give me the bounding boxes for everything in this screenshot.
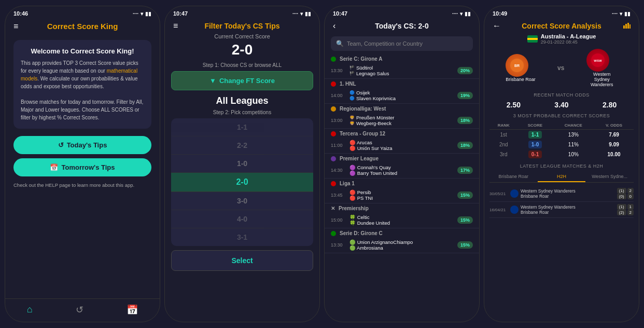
- score-item-1[interactable]: 2-2: [171, 136, 313, 155]
- phone3-header: ‹ Today's CS: 2-0: [325, 19, 479, 33]
- score-item-6[interactable]: 3-1: [171, 228, 313, 246]
- league-icon-3: [331, 131, 336, 136]
- tab-western[interactable]: Western Sydne...: [585, 172, 634, 182]
- match-row-8[interactable]: 13:30 🟢 Union ArzignanoChiampo 🟢 Ambrosi…: [325, 237, 479, 253]
- welcome-box: Welcome to Correct Score King! This app …: [13, 40, 151, 129]
- pct-badge-4: 17%: [457, 167, 473, 174]
- phone-2: 10:47 ···· ▾ ▮▮ ≡ Filter Today's CS Tips…: [164, 6, 320, 322]
- status-icons-1: ···· ▾ ▮▮: [133, 11, 151, 17]
- pct-badge-3: 18%: [457, 142, 473, 149]
- league-header-0: Serie C: Girone A: [325, 54, 479, 63]
- h2h-date-2: 16/04/21: [489, 208, 508, 212]
- col-vodds: V. ODDS: [594, 121, 634, 130]
- filter-title: Filter Today's CS Tips: [204, 22, 279, 30]
- phone-1: 10:46 ···· ▾ ▮▮ ≡ Correct Score King Wel…: [5, 6, 160, 322]
- score-item-0[interactable]: 1-1: [171, 118, 313, 136]
- score-row-2: 2nd 1-0 11% 9.09: [489, 140, 634, 149]
- score-item-4[interactable]: 3-0: [171, 192, 313, 210]
- league-icon-0: [331, 57, 336, 62]
- all-leagues-title: All Leagues: [171, 95, 313, 106]
- search-icon: 🔍: [336, 40, 344, 47]
- time-2: 10:47: [173, 10, 188, 17]
- back-icon-4[interactable]: ←: [493, 21, 501, 31]
- svg-rect-1: [625, 24, 627, 29]
- tab-h2h[interactable]: H2H: [538, 172, 586, 182]
- teams-row: BR Brisbane Roar vs WSW Western Sydney W…: [489, 49, 634, 87]
- nav-calendar[interactable]: 📅: [127, 304, 138, 316]
- vs-divider: vs: [557, 64, 564, 72]
- filter-icon: ▼: [209, 77, 216, 85]
- league-header-1: 1. HNL: [325, 79, 479, 88]
- status-bar-4: 10:49 ···· ▾ ▮▮: [484, 6, 639, 19]
- status-icons-3: ···· ▾ ▮▮: [452, 11, 471, 17]
- time-3: 10:47: [333, 10, 347, 17]
- filter-content: Current Correct Score 2-0 Step 1: Choose…: [165, 33, 319, 322]
- status-bar-3: 10:47 ···· ▾ ▮▮: [325, 6, 479, 19]
- match-row-1[interactable]: 14:00 🔵Osijek 🔵Slaven Koprivnica 19%: [325, 88, 479, 104]
- select-button[interactable]: Select: [171, 250, 313, 271]
- welcome-title: Welcome to Correct Score King!: [21, 47, 144, 55]
- change-ft-button[interactable]: ▼ Change FT Score: [171, 71, 313, 90]
- chance-1: 13%: [553, 130, 595, 140]
- h2h-tabs: Brisbane Roar H2H Western Sydne...: [489, 172, 634, 183]
- match-row-3[interactable]: 11:00 🔴 Arucas 🔴 Unión Sur Yaiza 18%: [325, 138, 479, 154]
- current-cs-value: 2-0: [171, 42, 313, 58]
- menu-icon-2[interactable]: ≡: [173, 21, 178, 31]
- score-3: 0-1: [517, 149, 552, 159]
- phone4-header: ← Correct Score Analysis: [484, 19, 639, 33]
- match-row-0[interactable]: 13:30 🏴Südtirol 🏴Legnago Salus 20%: [325, 63, 479, 79]
- h2h-date-1: 30/05/21: [489, 192, 508, 196]
- tab-brisbane[interactable]: Brisbane Roar: [489, 172, 538, 182]
- phone1-header: ≡ Correct Score King: [5, 19, 160, 34]
- current-cs-label: Current Correct Score: [171, 33, 313, 39]
- pct-badge-5: 15%: [457, 192, 473, 199]
- phone2-header: ≡ Filter Today's CS Tips: [165, 19, 319, 33]
- pct-badge-0: 20%: [457, 67, 473, 74]
- h2h-match-1: 30/05/21 Western Sydney Wanderers Brisba…: [489, 186, 634, 202]
- league-icon-4: [331, 156, 336, 161]
- search-bar[interactable]: 🔍 Team, Competition or Country: [331, 36, 473, 51]
- home-team: BR Brisbane Roar: [506, 54, 536, 82]
- match-row-5[interactable]: 13:45 🔴 Persib 🔴 PS TNI 15%: [325, 187, 479, 203]
- h2h-flag-2: [510, 206, 519, 214]
- app-title: Correct Score King: [47, 22, 118, 31]
- today-tips-button[interactable]: ↺ Today's Tips: [13, 136, 151, 154]
- section-odds-title: RECENT MATCH ODDS: [489, 92, 634, 98]
- league-name: Australia - A-League: [541, 33, 596, 39]
- score-item-5[interactable]: 4-0: [171, 210, 313, 228]
- league-header-8: Serie D: Girone C: [325, 228, 479, 237]
- rank-3: 3rd: [489, 149, 517, 159]
- score-item-3[interactable]: 2-0: [171, 173, 313, 192]
- match-row-6[interactable]: 15:00 🍀 Celtic 🍀 Dundee United 15%: [325, 212, 479, 228]
- menu-icon[interactable]: ≡: [13, 22, 18, 31]
- bottom-nav: ⌂ ↺ 📅: [5, 298, 160, 322]
- pct-badge-1: 19%: [457, 92, 473, 99]
- league-icon-8: [331, 231, 336, 236]
- match-row-2[interactable]: 13:00 🦁Preußen Münster 🦁Wegberg-Beeck 18…: [325, 113, 479, 129]
- nav-home[interactable]: ⌂: [27, 304, 33, 316]
- au-flag: [527, 35, 538, 43]
- phone1-content: Welcome to Correct Score King! This app …: [5, 34, 160, 298]
- tomorrow-tips-button[interactable]: 📅 Tomorrow's Tips: [13, 158, 151, 176]
- league-info: Australia - A-League 29-01-2022 08:45: [489, 33, 634, 45]
- vodds-1: 7.69: [594, 130, 634, 140]
- score-item-2[interactable]: 1-0: [171, 155, 313, 173]
- chart-icon[interactable]: [623, 22, 631, 30]
- svg-rect-0: [623, 25, 625, 29]
- odds-draw: 3.40: [554, 101, 568, 109]
- refresh-icon: ↺: [58, 141, 64, 149]
- match-row-4[interactable]: 14:30 🟣 Connah's Quay 🟣 Barry Town Unite…: [325, 162, 479, 179]
- away-team-label: Western Sydney Wanderers: [586, 72, 618, 87]
- search-placeholder: Team, Competition or Country: [347, 40, 423, 47]
- step2-label: Step 2: Pick competitions: [171, 110, 313, 115]
- match-left-0: 13:30 🏴Südtirol 🏴Legnago Salus: [331, 65, 457, 76]
- svg-rect-2: [627, 23, 629, 29]
- col-chance: CHANCE: [553, 121, 595, 130]
- h2h-match-2: 16/04/21 Western Sydney Wanderers Brisba…: [489, 202, 634, 218]
- welcome-text: This app provides TOP 3 Correct Score va…: [21, 59, 144, 121]
- scores-table: RANK SCORE CHANCE V. ODDS 1st 1-1 13% 7.…: [489, 121, 634, 159]
- nav-refresh[interactable]: ↺: [76, 304, 83, 316]
- back-icon-3[interactable]: ‹: [333, 21, 335, 31]
- col-score: SCORE: [517, 121, 552, 130]
- league-header-4: Premier League: [325, 154, 479, 162]
